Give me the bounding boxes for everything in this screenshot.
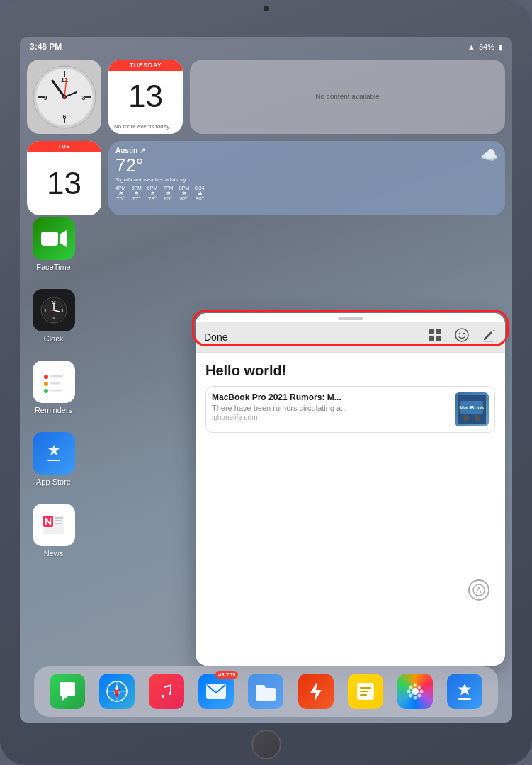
safari-dock-icon <box>99 674 135 709</box>
weather-location: Austin ↗ <box>115 147 186 154</box>
svg-text:3: 3 <box>81 94 85 101</box>
app-icon-appstore[interactable]: App Store <box>27 432 80 486</box>
weather-hour-0: 4PM 🌧 75° <box>115 186 125 202</box>
appstore2-dock-icon <box>447 674 482 709</box>
dock-appstore[interactable] <box>447 674 482 709</box>
dock-photos[interactable] <box>397 674 433 709</box>
weather-hour-4: 8PM 🌧 82° <box>179 186 189 202</box>
status-bar: 3:48 PM ▲ 34% ▮ <box>20 37 512 57</box>
weather-description: Significant weather advisory <box>115 176 186 183</box>
done-button[interactable]: Done <box>204 332 227 343</box>
svg-text:6: 6 <box>52 316 55 320</box>
calendar-large-header: TUESDAY <box>108 60 183 71</box>
svg-rect-61 <box>206 684 226 699</box>
mail-dock-icon <box>198 674 234 709</box>
svg-point-70 <box>407 690 410 693</box>
dock-notes[interactable] <box>348 674 383 709</box>
toolbar-icons <box>427 327 497 346</box>
appstore-icon <box>33 432 75 475</box>
calendar-large-day: 13 <box>108 71 183 121</box>
calendar-large-widget[interactable]: TUESDAY 13 No more events today <box>108 60 183 134</box>
music-dock-icon <box>149 674 184 709</box>
svg-text:6: 6 <box>62 113 66 120</box>
svg-point-45 <box>455 329 468 341</box>
svg-text:9: 9 <box>43 94 47 101</box>
note-bottom-compose-icon[interactable]: A <box>468 579 489 601</box>
svg-point-74 <box>409 694 412 698</box>
dock-spark[interactable] <box>298 674 334 709</box>
note-link-card[interactable]: MacBook Pro 2021 Rumors: M... There have… <box>205 386 495 433</box>
emoji-icon[interactable] <box>454 327 470 346</box>
svg-rect-31 <box>50 390 62 392</box>
svg-rect-38 <box>55 523 62 524</box>
calendar-small-header: TUE <box>27 141 101 152</box>
svg-point-71 <box>419 690 423 693</box>
svg-point-46 <box>459 333 460 334</box>
calendar-small-widget[interactable]: TUE 13 <box>27 141 101 215</box>
svg-rect-65 <box>360 691 368 692</box>
home-button[interactable] <box>251 730 281 759</box>
app-icon-clock[interactable]: 12 3 6 9 Clock <box>27 289 80 343</box>
news-label: News <box>44 549 64 557</box>
grey-widget[interactable]: No content available <box>190 60 505 134</box>
weather-temp: 72° <box>115 154 186 176</box>
note-overlay[interactable]: Done <box>196 313 505 666</box>
app-icon-news[interactable]: N News <box>27 504 80 557</box>
files-dock-icon <box>248 674 283 709</box>
svg-rect-66 <box>360 694 367 696</box>
weather-widget[interactable]: Austin ↗ 72° Significant weather advisor… <box>108 141 505 215</box>
widget-row-2: TUE 13 Austin ↗ 72° Significant weather … <box>27 141 505 215</box>
appstore-label: App Store <box>36 477 71 486</box>
svg-rect-41 <box>429 329 434 334</box>
photos-dock-icon <box>397 674 433 709</box>
svg-rect-27 <box>50 375 63 378</box>
widgets-area: 12 3 6 9 TU <box>27 60 505 222</box>
svg-rect-39 <box>45 529 63 531</box>
svg-text:9: 9 <box>44 308 46 312</box>
svg-point-68 <box>413 684 417 687</box>
grey-widget-text: No content available <box>315 93 380 101</box>
svg-text:A: A <box>476 586 482 594</box>
app-grid: FaceTime 12 3 6 9 <box>27 217 80 557</box>
mail-badge: 43,759 <box>215 671 238 679</box>
widget-row-1: 12 3 6 9 TU <box>27 60 505 134</box>
svg-rect-36 <box>55 517 63 518</box>
weather-cloud-icon: ☁️ <box>480 147 498 164</box>
svg-point-51 <box>463 415 469 421</box>
grid-icon[interactable] <box>427 327 443 346</box>
svg-point-26 <box>44 375 48 379</box>
note-link-title: MacBook Pro 2021 Rumors: M... <box>212 392 449 402</box>
dock-safari[interactable] <box>99 674 135 709</box>
note-title: Hello world! <box>205 363 495 379</box>
note-handle-area <box>196 313 505 322</box>
screen: 3:48 PM ▲ 34% ▮ <box>20 37 512 722</box>
dock-mail[interactable]: 43,759 <box>198 674 234 709</box>
svg-marker-16 <box>60 230 67 247</box>
weather-hour-5: 8:34 🌤 80° <box>195 186 205 202</box>
svg-rect-44 <box>436 336 441 341</box>
app-icon-facetime[interactable]: FaceTime <box>27 217 80 271</box>
dock-music[interactable] <box>149 674 184 709</box>
news-icon: N <box>33 504 75 546</box>
spark-dock-icon <box>298 674 334 709</box>
app-icon-reminders[interactable]: Reminders <box>27 361 80 414</box>
dock: 43,759 <box>34 666 498 717</box>
compose-icon[interactable] <box>481 327 497 346</box>
clock-widget[interactable]: 12 3 6 9 <box>27 60 101 134</box>
svg-rect-64 <box>360 687 371 688</box>
svg-point-47 <box>463 333 465 334</box>
note-link-domain: iphonelife.com <box>212 414 449 421</box>
note-content: Hello world! MacBook Pro 2021 Rumors: M.… <box>196 353 505 666</box>
svg-point-52 <box>475 415 480 421</box>
note-link-thumbnail: MacBook <box>455 392 489 426</box>
svg-point-69 <box>413 696 417 700</box>
svg-point-72 <box>409 686 412 689</box>
svg-rect-37 <box>55 520 62 521</box>
dock-files[interactable] <box>248 674 283 709</box>
svg-text:MacBook: MacBook <box>459 404 485 411</box>
svg-rect-40 <box>45 532 60 533</box>
clock-label: Clock <box>44 334 64 343</box>
dock-messages[interactable] <box>50 674 85 709</box>
weather-hour-2: 6PM 🌧 78° <box>147 186 157 202</box>
svg-rect-43 <box>429 336 434 341</box>
